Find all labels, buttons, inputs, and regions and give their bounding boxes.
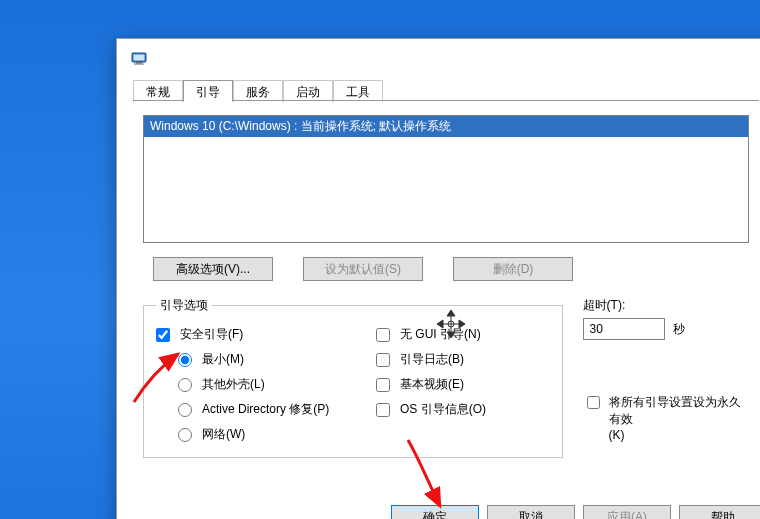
client-area: 常规 引导 服务 启动 工具 Windows 10 (C:\Windows) :… bbox=[117, 77, 760, 476]
tab-body-boot: Windows 10 (C:\Windows) : 当前操作系统; 默认操作系统… bbox=[133, 101, 759, 468]
no-gui-boot-checkbox[interactable] bbox=[376, 328, 390, 342]
svg-rect-2 bbox=[136, 62, 142, 64]
safeboot-altshell-label: 其他外壳(L) bbox=[202, 376, 265, 393]
permanent-label-line2: (K) bbox=[609, 428, 749, 442]
help-button[interactable]: 帮助 bbox=[679, 505, 760, 519]
tab-tools[interactable]: 工具 bbox=[333, 80, 383, 102]
boot-entry-selected[interactable]: Windows 10 (C:\Windows) : 当前操作系统; 默认操作系统 bbox=[144, 116, 748, 137]
safeboot-network-label: 网络(W) bbox=[202, 426, 245, 443]
set-default-button: 设为默认值(S) bbox=[303, 257, 423, 281]
lower-section: 引导选项 安全引导(F) 最小(M) bbox=[143, 297, 749, 458]
safeboot-minimal-label: 最小(M) bbox=[202, 351, 244, 368]
delete-button: 删除(D) bbox=[453, 257, 573, 281]
safeboot-network-radio[interactable] bbox=[178, 428, 192, 442]
tab-startup[interactable]: 启动 bbox=[283, 80, 333, 102]
app-icon bbox=[131, 50, 147, 66]
apply-button: 应用(A) bbox=[583, 505, 671, 519]
permanent-label-line1: 将所有引导设置设为永久有效 bbox=[609, 394, 749, 428]
cancel-button[interactable]: 取消 bbox=[487, 505, 575, 519]
titlebar[interactable] bbox=[117, 39, 760, 77]
boot-options-right-col: 无 GUI 引导(N) 引导日志(B) 基本视频(E) bbox=[376, 322, 550, 447]
permanent-checkbox[interactable] bbox=[587, 396, 600, 409]
boot-options-group: 引导选项 安全引导(F) 最小(M) bbox=[143, 297, 563, 458]
safe-boot-label: 安全引导(F) bbox=[180, 326, 243, 343]
no-gui-boot-label: 无 GUI 引导(N) bbox=[400, 326, 481, 343]
tab-boot[interactable]: 引导 bbox=[183, 80, 233, 102]
safeboot-minimal-radio[interactable] bbox=[178, 353, 192, 367]
svg-rect-1 bbox=[134, 55, 145, 61]
boot-options-legend: 引导选项 bbox=[156, 297, 212, 314]
os-boot-info-label: OS 引导信息(O) bbox=[400, 401, 486, 418]
tab-strip: 常规 引导 服务 启动 工具 bbox=[133, 77, 759, 101]
boot-log-checkbox[interactable] bbox=[376, 353, 390, 367]
boot-buttons-row: 高级选项(V)... 设为默认值(S) 删除(D) bbox=[143, 257, 749, 281]
timeout-column: 超时(T): 秒 将所有引导设置设为永久有效 (K) bbox=[583, 297, 749, 458]
tab-general[interactable]: 常规 bbox=[133, 80, 183, 102]
advanced-options-button[interactable]: 高级选项(V)... bbox=[153, 257, 273, 281]
safe-boot-checkbox[interactable] bbox=[156, 328, 170, 342]
ok-button[interactable]: 确定 bbox=[391, 505, 479, 519]
timeout-unit: 秒 bbox=[673, 321, 685, 338]
timeout-label: 超时(T): bbox=[583, 297, 749, 314]
svg-rect-3 bbox=[134, 64, 144, 65]
timeout-group: 超时(T): 秒 bbox=[583, 297, 749, 340]
boot-options-left-col: 安全引导(F) 最小(M) 其他外壳(L) bbox=[156, 322, 376, 447]
safeboot-ad-repair-label: Active Directory 修复(P) bbox=[202, 401, 329, 418]
os-boot-info-checkbox[interactable] bbox=[376, 403, 390, 417]
permanent-row: 将所有引导设置设为永久有效 (K) bbox=[583, 394, 749, 442]
dialog-button-row: 确定 取消 应用(A) 帮助 bbox=[391, 505, 760, 519]
safeboot-ad-repair-radio[interactable] bbox=[178, 403, 192, 417]
base-video-checkbox[interactable] bbox=[376, 378, 390, 392]
timeout-input[interactable] bbox=[583, 318, 665, 340]
boot-log-label: 引导日志(B) bbox=[400, 351, 464, 368]
msconfig-window: 常规 引导 服务 启动 工具 Windows 10 (C:\Windows) :… bbox=[116, 38, 760, 519]
safeboot-altshell-radio[interactable] bbox=[178, 378, 192, 392]
tab-services[interactable]: 服务 bbox=[233, 80, 283, 102]
boot-entries-listbox[interactable]: Windows 10 (C:\Windows) : 当前操作系统; 默认操作系统 bbox=[143, 115, 749, 243]
base-video-label: 基本视频(E) bbox=[400, 376, 464, 393]
